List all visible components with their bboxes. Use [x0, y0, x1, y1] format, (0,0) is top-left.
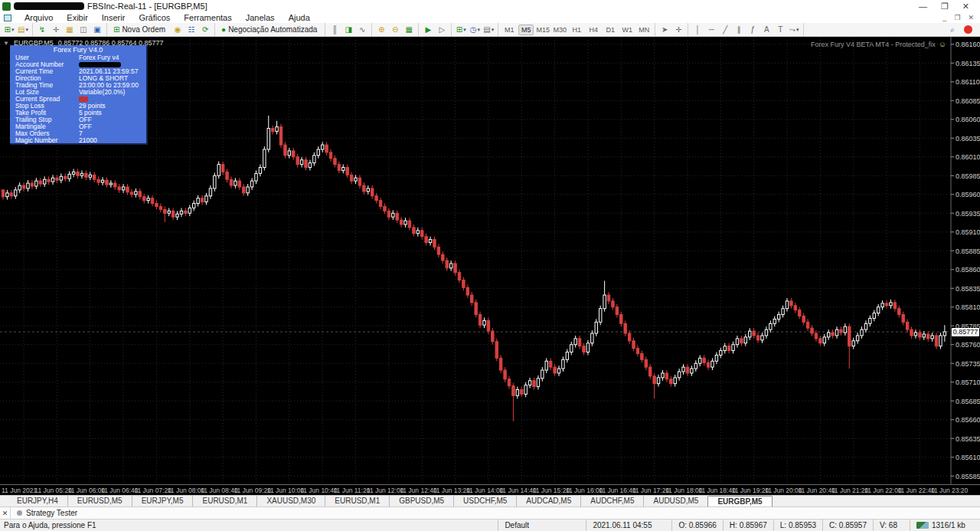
search-button[interactable]: ⌕ [946, 24, 959, 36]
deposit-button[interactable]: ◉ [172, 24, 184, 36]
child-close-button[interactable]: ✕ [968, 14, 974, 21]
timeframe-button-m15[interactable]: M15 [535, 25, 550, 35]
time-axis-label: 11 Jun 10:40 [300, 487, 338, 494]
traffic-text: 1316/1 kb [932, 521, 965, 529]
chart-tab-eurusd-m1[interactable]: EURUSD,M1 [192, 496, 256, 506]
refresh-button[interactable]: ⟳ [199, 24, 211, 36]
spread-value-red [79, 97, 88, 102]
timeframe-button-w1[interactable]: W1 [619, 25, 635, 35]
autotrading-button[interactable]: ●Negociação Automatizada [218, 24, 322, 36]
bar-chart-button[interactable]: ║ [328, 24, 341, 36]
timeframe-button-mn[interactable]: MN [636, 25, 652, 35]
time-axis[interactable]: 11 Jun 202111 Jun 05:2011 Jun 06:0011 Ju… [0, 484, 980, 495]
chart-tab-eurgbp-m5[interactable]: EURGBP,M5 [707, 496, 772, 506]
chevron-down-icon: ▾ [25, 27, 28, 33]
autotrading-icon: ● [221, 24, 226, 36]
timeframe-button-m1[interactable]: M1 [501, 25, 517, 35]
time-axis-label: 11 Jun 05:20 [34, 487, 72, 494]
chart-tab-eurusd-m1[interactable]: EURUSD,M1 [325, 496, 389, 506]
candlestick-button[interactable]: ◨ [342, 24, 354, 36]
community-button[interactable]: ☷ [185, 24, 198, 36]
horizontal-line-icon: ─ [709, 24, 714, 36]
line-chart-button[interactable]: ∿ [356, 24, 368, 36]
price-axis-label: 0.85735 [956, 360, 980, 368]
zoom-in-button[interactable]: ⊕ [375, 24, 387, 36]
chart-tab-audchf-m5[interactable]: AUDCHF,M5 [580, 496, 643, 506]
profiles-button[interactable]: ▤▾ [17, 24, 29, 36]
timeframe-button-h4[interactable]: H4 [586, 25, 601, 35]
profile-selector[interactable]: Default [498, 520, 586, 531]
text-button[interactable]: A [760, 24, 773, 36]
menu-item-arquivo[interactable]: Arquivo [18, 12, 60, 23]
arrows-button[interactable]: ⤳▾ [788, 24, 800, 36]
new-order-button[interactable]: ⊞Nova Ordem [110, 24, 170, 36]
indicators-button[interactable]: ⊞▾ [455, 24, 467, 36]
chart-tab-eurusd-m5[interactable]: EURUSD,M5 [67, 496, 132, 506]
close-button[interactable]: ✕ [962, 2, 969, 11]
time-axis-label: 11 Jun 16:40 [599, 487, 636, 494]
navigator-button[interactable]: ▦ [64, 24, 76, 36]
market-watch-button[interactable]: ↯ [36, 24, 48, 36]
ea-watermark: Forex Fury V4 BETA MT4 - Protected_fix ☺ [811, 40, 946, 48]
chart-tab-xauusd-m30[interactable]: XAUUSD,M30 [256, 496, 325, 506]
fibonacci-button[interactable]: ƒ [746, 24, 759, 36]
trendline-button[interactable]: ╱ [719, 24, 731, 36]
chart-shift-button[interactable]: ▷ [436, 24, 448, 36]
menu-item-gráficos[interactable]: Gráficos [132, 12, 177, 23]
channel-button[interactable]: ∥ [733, 24, 745, 36]
ea-row-label: Magic Number [15, 137, 79, 144]
chart-tab-audusd-m5[interactable]: AUDUSD,M5 [643, 496, 707, 506]
chart-tab-usdchf-m5[interactable]: USDCHF,M5 [453, 496, 516, 506]
menu-item-exibir[interactable]: Exibir [60, 12, 95, 23]
menu-item-inserir[interactable]: Inserir [95, 12, 132, 23]
chart-tab-audcad-m5[interactable]: AUDCAD,M5 [516, 496, 580, 506]
cursor-button[interactable]: ➤ [658, 24, 671, 36]
arrange-windows-button[interactable]: ▦ [403, 24, 415, 36]
ea-panel-title: Forex Fury V4.0 [10, 45, 146, 54]
timeframe-button-d1[interactable]: D1 [603, 25, 618, 35]
menu-item-ferramentas[interactable]: Ferramentas [177, 12, 238, 23]
menu-item-janelas[interactable]: Janelas [239, 12, 282, 23]
child-restore-button[interactable]: ❐ [954, 14, 960, 21]
tester-icon: ▣ [93, 24, 100, 36]
timeframe-button-h1[interactable]: H1 [569, 25, 584, 35]
vertical-line-button[interactable]: │ [691, 24, 704, 36]
price-axis[interactable]: 0.861600.861350.861100.860850.860600.860… [951, 37, 980, 484]
price-axis-label: 0.86085 [956, 97, 980, 105]
navigator-icon: ▦ [66, 24, 73, 36]
title-bar[interactable]: FBSInc-Real-11 - [EURGBP,M5] — ❐ ✕ [0, 0, 980, 12]
tester-label: Strategy Tester [26, 509, 77, 517]
horizontal-line-button[interactable]: ─ [705, 24, 717, 36]
child-minimize-button[interactable]: _ [942, 14, 946, 21]
connection-status: 1316/1 kb [910, 520, 980, 531]
mt4-window: FBSInc-Real-11 - [EURGBP,M5] — ❐ ✕ Arqui… [0, 0, 980, 531]
arrows-icon: ⤳ [789, 24, 795, 36]
timeframe-button-m30[interactable]: M30 [552, 25, 567, 35]
terminal-button[interactable]: ◫ [77, 24, 90, 36]
auto-scroll-button[interactable]: ▶ [422, 24, 434, 36]
one-click-trading-arrow-icon[interactable]: ▼ [3, 40, 9, 47]
chart-tab-eurjpy-h4[interactable]: EURJPY,H4 [8, 496, 67, 506]
trendline-icon: ╱ [723, 24, 727, 36]
restore-button[interactable]: ❐ [941, 2, 949, 11]
chart-tab-gbpusd-m5[interactable]: GBPUSD,M5 [389, 496, 453, 506]
tester-close-button[interactable]: ✕ [0, 507, 11, 520]
menu-item-ajuda[interactable]: Ajuda [282, 12, 317, 23]
ea-watermark-text: Forex Fury V4 BETA MT4 - Protected_fix [811, 41, 936, 48]
chart-tab-eurjpy-m5[interactable]: EURJPY,M5 [132, 496, 193, 506]
minimize-button[interactable]: — [919, 2, 927, 11]
price-axis-label: 0.85660 [956, 416, 980, 424]
time-axis-label: 11 Jun 13:20 [433, 487, 471, 494]
fibonacci-icon: ƒ [751, 24, 756, 36]
strategy-tester-button[interactable]: ▣ [91, 24, 103, 36]
templates-button[interactable]: ▤▾ [482, 24, 495, 36]
timeframe-button-m5[interactable]: M5 [518, 25, 534, 35]
app-icon [2, 2, 11, 11]
notification-badge[interactable] [964, 25, 972, 34]
new-chart-button[interactable]: ⊞▾ [3, 24, 15, 36]
data-window-button[interactable]: ✛ [50, 24, 62, 36]
text-label-button[interactable]: T [774, 24, 786, 36]
crosshair-button[interactable]: ✛ [672, 24, 684, 36]
periods-button[interactable]: ◷▾ [469, 24, 481, 36]
zoom-out-button[interactable]: ⊖ [389, 24, 401, 36]
